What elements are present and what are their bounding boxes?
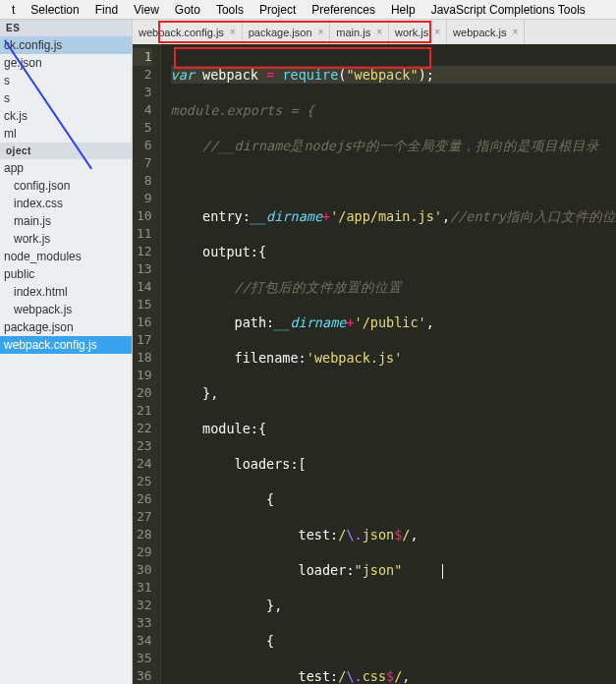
tab[interactable]: webpack.js× — [447, 20, 525, 44]
line-number[interactable]: 10 — [133, 207, 152, 225]
code-line[interactable]: filename:'webpack.js' — [171, 349, 616, 367]
tab-label: main.js — [336, 27, 370, 38]
line-number[interactable]: 30 — [133, 561, 152, 579]
file-item[interactable]: main.js — [0, 212, 132, 230]
file-item-active[interactable]: webpack.config.js — [0, 336, 132, 354]
line-gutter: 1234567891011121314151617181920212223242… — [133, 44, 161, 684]
line-number[interactable]: 12 — [133, 243, 152, 260]
code-line[interactable]: { — [171, 632, 616, 650]
code-line[interactable]: module:{ — [171, 420, 616, 437]
file-item[interactable]: index.css — [0, 195, 132, 212]
line-number[interactable]: 26 — [133, 490, 152, 508]
menu-item[interactable]: Goto — [167, 1, 208, 19]
menu-item[interactable]: Project — [252, 1, 304, 19]
file-item[interactable]: index.html — [0, 283, 132, 301]
file-item[interactable]: package.json — [0, 318, 132, 336]
line-number[interactable]: 35 — [133, 650, 152, 667]
close-icon[interactable]: × — [513, 27, 519, 37]
code-line[interactable]: }, — [171, 597, 616, 614]
line-number[interactable]: 31 — [133, 579, 152, 597]
file-item[interactable]: work.js — [0, 230, 132, 248]
line-number[interactable]: 4 — [133, 101, 152, 119]
code-line[interactable]: entry:__dirname+'/app/main.js',//entry指向… — [171, 207, 616, 225]
folder-node-modules[interactable]: node_modules — [0, 248, 132, 265]
code-line[interactable]: output:{ — [171, 243, 616, 260]
open-file[interactable]: ge.json — [0, 54, 132, 72]
file-item[interactable]: config.json — [0, 177, 132, 195]
menu-item[interactable]: t — [4, 1, 23, 19]
open-file[interactable]: s — [0, 89, 132, 107]
line-number[interactable]: 15 — [133, 296, 152, 314]
code-line[interactable]: loader:"json" — [171, 561, 616, 579]
line-number[interactable]: 7 — [133, 154, 152, 172]
menu-item[interactable]: Help — [383, 1, 423, 19]
code-line[interactable]: }, — [171, 384, 616, 402]
code-editor[interactable]: 1234567891011121314151617181920212223242… — [133, 44, 616, 684]
line-number[interactable]: 5 — [133, 119, 152, 137]
line-number[interactable]: 27 — [133, 508, 152, 526]
code-line[interactable]: loaders:[ — [171, 455, 616, 473]
line-number[interactable]: 16 — [133, 314, 152, 331]
menu-item[interactable]: Selection — [23, 1, 86, 19]
line-number[interactable]: 28 — [133, 526, 152, 543]
open-file[interactable]: ck.js — [0, 107, 132, 125]
tab[interactable]: main.js× — [330, 20, 389, 44]
line-number[interactable]: 29 — [133, 543, 152, 561]
line-number[interactable]: 21 — [133, 402, 152, 420]
menu-item[interactable]: View — [126, 1, 167, 19]
code-line[interactable]: module.exports = { — [171, 101, 616, 119]
line-number[interactable]: 1 — [133, 48, 152, 66]
code-line[interactable]: //打包后的文件放置的位置 — [171, 278, 616, 296]
line-number[interactable]: 36 — [133, 667, 152, 684]
line-number[interactable]: 14 — [133, 278, 152, 296]
line-number[interactable]: 18 — [133, 349, 152, 367]
line-number[interactable]: 25 — [133, 473, 152, 490]
line-number[interactable]: 34 — [133, 632, 152, 650]
folder-app[interactable]: app — [0, 159, 132, 177]
code-content[interactable]: var webpack = require("webpack"); module… — [161, 44, 616, 684]
line-number[interactable]: 3 — [133, 84, 152, 101]
menu-item[interactable]: Preferences — [304, 1, 383, 19]
line-number[interactable]: 20 — [133, 384, 152, 402]
code-line[interactable]: test:/\.json$/, — [171, 526, 616, 543]
file-item[interactable]: webpack.js — [0, 301, 132, 318]
text-cursor — [442, 564, 443, 579]
line-number[interactable]: 32 — [133, 597, 152, 614]
line-number[interactable]: 6 — [133, 137, 152, 154]
line-number[interactable]: 9 — [133, 190, 152, 207]
code-line[interactable]: //__dirname是nodejs中的一个全局变量，指向的是项目根目录 — [171, 137, 616, 154]
sidebar-header-project: oject — [0, 142, 132, 159]
close-icon[interactable]: × — [376, 27, 382, 37]
line-number[interactable]: 23 — [133, 437, 152, 455]
folder-public[interactable]: public — [0, 265, 132, 283]
tab-label: webpack.js — [453, 27, 506, 38]
open-file[interactable]: s — [0, 72, 132, 89]
tab[interactable]: webpack.config.js× — [133, 20, 243, 44]
menu-item[interactable]: Find — [87, 1, 126, 19]
line-number[interactable]: 2 — [133, 66, 152, 84]
line-number[interactable]: 22 — [133, 420, 152, 437]
sidebar-header-open-files: ES — [0, 20, 132, 36]
open-file[interactable]: ml — [0, 125, 132, 142]
code-line[interactable]: { — [171, 490, 616, 508]
sidebar: ES ck.config.js ge.json s s ck.js ml oje… — [0, 20, 133, 684]
close-icon[interactable]: × — [230, 27, 236, 37]
line-number[interactable]: 33 — [133, 614, 152, 632]
open-file[interactable]: ck.config.js — [0, 36, 132, 54]
line-number[interactable]: 19 — [133, 367, 152, 384]
close-icon[interactable]: × — [434, 27, 440, 37]
line-number[interactable]: 17 — [133, 331, 152, 349]
code-line[interactable]: test:/\.css$/, — [171, 667, 616, 684]
line-number[interactable]: 24 — [133, 455, 152, 473]
line-number[interactable]: 11 — [133, 225, 152, 243]
code-line[interactable]: path:__dirname+'/public', — [171, 314, 616, 331]
line-number[interactable]: 8 — [133, 172, 152, 190]
menu-item[interactable]: Tools — [208, 1, 252, 19]
code-line[interactable]: var webpack = require("webpack"); — [171, 66, 616, 84]
line-number[interactable]: 13 — [133, 260, 152, 278]
code-line[interactable] — [171, 172, 616, 190]
menu-item[interactable]: JavaScript Completions Tools — [423, 1, 593, 19]
tab[interactable]: package.json× — [243, 20, 331, 44]
close-icon[interactable]: × — [318, 27, 324, 37]
tab[interactable]: work.js× — [389, 20, 447, 44]
